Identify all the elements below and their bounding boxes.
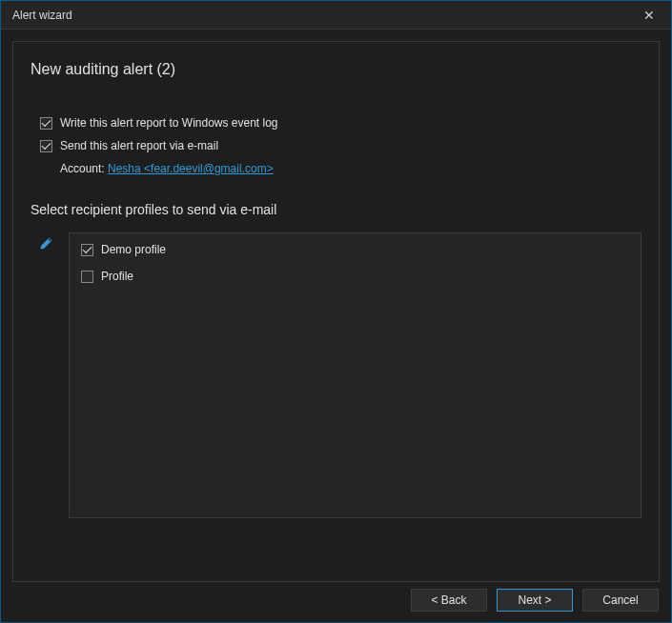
window-title: Alert wizard <box>12 9 72 22</box>
close-icon: ✕ <box>643 8 655 23</box>
cancel-button[interactable]: Cancel <box>582 589 659 612</box>
back-button[interactable]: < Back <box>411 589 487 612</box>
profile-item-profile: Profile <box>81 270 629 283</box>
next-button[interactable]: Next > <box>497 589 573 612</box>
close-button[interactable]: ✕ <box>635 3 663 28</box>
label-write-event-log: Write this alert report to Windows event… <box>60 116 278 130</box>
profiles-list: Demo profile Profile <box>69 232 641 518</box>
profile-item-demo: Demo profile <box>81 243 629 256</box>
checkbox-write-event-log[interactable] <box>40 117 52 130</box>
label-profile-demo: Demo profile <box>101 243 166 256</box>
checkbox-profile-profile[interactable] <box>81 271 93 283</box>
account-label: Account: <box>60 162 108 175</box>
profiles-section-title: Select recipient profiles to send via e-… <box>31 202 641 217</box>
option-send-email: Send this alert report via e-mail <box>40 139 641 152</box>
checkbox-profile-demo[interactable] <box>81 244 93 256</box>
checkbox-send-email[interactable] <box>40 140 52 152</box>
label-send-email: Send this alert report via e-mail <box>60 139 218 152</box>
titlebar: Alert wizard ✕ <box>1 1 671 30</box>
profiles-area: Demo profile Profile <box>31 232 641 518</box>
pencil-icon[interactable] <box>38 236 53 251</box>
button-bar: < Back Next > Cancel <box>0 579 672 623</box>
label-profile-profile: Profile <box>101 270 133 283</box>
account-link[interactable]: Nesha <fear.deevil@gmail.com> <box>108 162 274 175</box>
edit-icon-column <box>31 232 69 254</box>
content-frame: New auditing alert (2) Write this alert … <box>12 41 660 582</box>
option-write-event-log: Write this alert report to Windows event… <box>40 116 641 130</box>
page-title: New auditing alert (2) <box>31 61 641 78</box>
account-row: Account: Nesha <fear.deevil@gmail.com> <box>60 162 641 175</box>
